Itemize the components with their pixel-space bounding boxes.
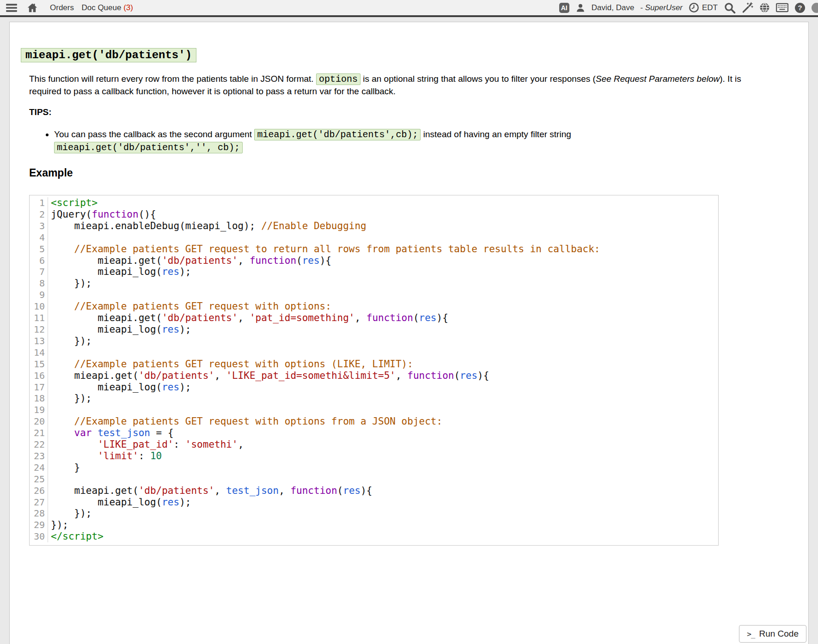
nav-orders[interactable]: Orders <box>50 3 74 12</box>
doc-title-wrap: mieapi.get('db/patients') <box>21 48 808 62</box>
line-number: 29 <box>30 519 48 531</box>
code-text: mieapi.get('db/patients', test_json, fun… <box>48 485 372 497</box>
line-number: 27 <box>30 497 48 508</box>
code-line: 3 mieapi.enableDebug(mieapi_log); //Enab… <box>30 220 718 232</box>
text-segment: instead of having an empty filter string <box>421 129 571 139</box>
doc-queue-count: (3) <box>123 3 133 12</box>
line-number: 25 <box>30 474 48 485</box>
inline-code: options <box>316 73 360 85</box>
code-text: 'limit': 10 <box>48 450 162 462</box>
header-divider <box>0 15 818 17</box>
breadcrumb-nav: Orders Doc Queue (3) <box>44 3 133 12</box>
code-text <box>48 347 51 358</box>
code-text <box>48 232 51 243</box>
code-line: 1<script> <box>30 197 718 209</box>
line-number: 10 <box>30 301 48 312</box>
timezone-label[interactable]: EDT <box>702 3 718 12</box>
line-number: 3 <box>30 220 48 232</box>
search-icon[interactable] <box>724 2 736 14</box>
user-name[interactable]: David, Dave <box>592 3 635 12</box>
text-segment: You can pass the callback as the second … <box>54 129 254 139</box>
terminal-icon: >_ <box>747 630 755 638</box>
code-line: 5 //Example patients GET request to retu… <box>30 243 718 255</box>
line-number: 2 <box>30 209 48 220</box>
code-text: var test_json = { <box>48 427 174 439</box>
code-line: 24 } <box>30 462 718 474</box>
line-number: 15 <box>30 358 48 370</box>
text-segment: See Request Parameters below <box>596 74 720 84</box>
user-role: - SuperUser <box>640 3 683 12</box>
code-text: }); <box>48 519 68 531</box>
code-line: 18 }); <box>30 393 718 404</box>
code-line: 2jQuery(function(){ <box>30 209 718 220</box>
line-number: 7 <box>30 266 48 278</box>
code-text <box>48 474 51 485</box>
run-code-button[interactable]: >_ Run Code <box>739 625 806 643</box>
code-line: 9 <box>30 289 718 301</box>
code-line: 16 mieapi.get('db/patients', 'LIKE_pat_i… <box>30 370 718 382</box>
line-number: 6 <box>30 255 48 267</box>
nav-doc-queue[interactable]: Doc Queue (3) <box>81 3 133 12</box>
line-number: 21 <box>30 427 48 439</box>
code-line: 7 mieapi_log(res); <box>30 266 718 278</box>
code-line: 14 <box>30 347 718 358</box>
code-text: mieapi_log(res); <box>48 324 191 335</box>
code-line: 12 mieapi_log(res); <box>30 324 718 335</box>
line-number: 12 <box>30 324 48 335</box>
page-title: mieapi.get('db/patients') <box>21 48 196 62</box>
code-text: } <box>48 462 80 474</box>
code-line: 27 mieapi_log(res); <box>30 497 718 508</box>
line-number: 8 <box>30 278 48 289</box>
top-bar-left: Orders Doc Queue (3) <box>6 2 133 13</box>
code-lines: 1<script>2jQuery(function(){3 mieapi.ena… <box>30 197 718 542</box>
code-line: 4 <box>30 232 718 243</box>
code-line: 22 'LIKE_pat_id': 'somethi', <box>30 439 718 450</box>
tips-label: TIPS: <box>29 107 808 117</box>
code-text: 'LIKE_pat_id': 'somethi', <box>48 439 244 450</box>
content-panel: mieapi.get('db/patients') This function … <box>9 22 809 644</box>
code-block[interactable]: 1<script>2jQuery(function(){3 mieapi.ena… <box>29 195 719 546</box>
code-text <box>48 404 51 416</box>
code-text: <script> <box>48 197 98 209</box>
line-number: 9 <box>30 289 48 301</box>
code-text: mieapi_log(res); <box>48 497 191 508</box>
tip-item: You can pass the callback as the second … <box>54 128 761 154</box>
globe-icon[interactable] <box>759 2 770 13</box>
menu-icon[interactable] <box>6 3 18 13</box>
wand-icon[interactable] <box>742 2 753 13</box>
code-text: mieapi_log(res); <box>48 382 191 393</box>
top-bar-right: AI David, Dave - SuperUser EDT <box>559 2 815 14</box>
code-line: 15 //Example patients GET request with o… <box>30 358 718 370</box>
line-number: 20 <box>30 416 48 427</box>
line-number: 11 <box>30 312 48 324</box>
code-line: 25 <box>30 474 718 485</box>
code-text: mieapi.get('db/patients', 'LIKE_pat_id=s… <box>48 370 489 382</box>
cut-off-icon[interactable] <box>812 3 818 13</box>
code-line: 29}); <box>30 519 718 531</box>
line-number: 14 <box>30 347 48 358</box>
intro-paragraph: This function will return every row from… <box>29 73 752 97</box>
code-text: mieapi_log(res); <box>48 266 191 278</box>
code-line: 11 mieapi.get('db/patients', 'pat_id=som… <box>30 312 718 324</box>
help-icon[interactable]: ? <box>794 2 806 13</box>
top-bar: Orders Doc Queue (3) AI David, Dave - Su… <box>0 0 818 15</box>
home-icon[interactable] <box>27 2 38 13</box>
line-number: 17 <box>30 382 48 393</box>
text-segment: This function will return every row from… <box>29 74 316 84</box>
code-text: mieapi.get('db/patients', function(res){ <box>48 255 331 267</box>
keyboard-icon[interactable] <box>776 2 788 13</box>
tips-list: You can pass the callback as the second … <box>29 128 761 154</box>
text-segment: is an optional string that allows you to… <box>360 74 596 84</box>
code-text: //Example patients GET request with opti… <box>48 301 331 312</box>
code-line: 17 mieapi_log(res); <box>30 382 718 393</box>
line-number: 5 <box>30 243 48 255</box>
screen: Orders Doc Queue (3) AI David, Dave - Su… <box>0 0 818 644</box>
code-text: }); <box>48 508 92 519</box>
line-number: 23 <box>30 450 48 462</box>
ai-badge-icon[interactable]: AI <box>559 3 569 13</box>
line-number: 1 <box>30 197 48 209</box>
clock-icon[interactable] <box>689 2 699 13</box>
line-number: 28 <box>30 508 48 519</box>
user-icon[interactable] <box>575 3 586 13</box>
svg-text:?: ? <box>798 4 802 12</box>
